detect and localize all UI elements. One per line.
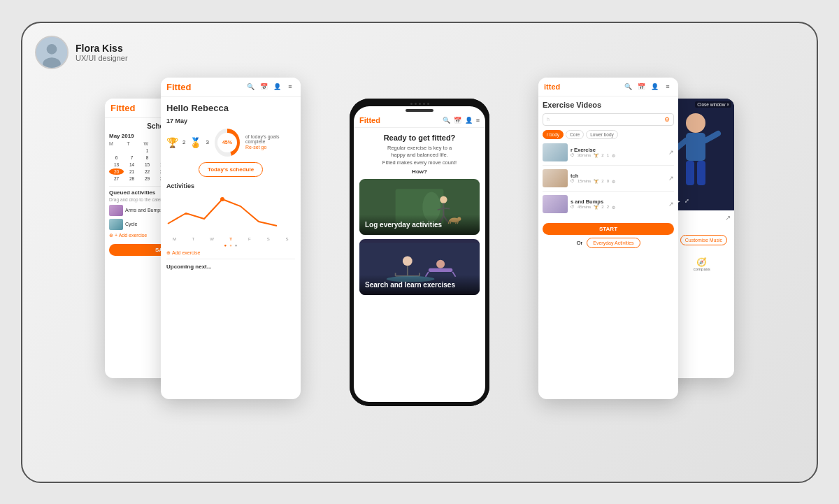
hello-content: Hello Rebecca 17 May 🏆 2 🏅 3 45%	[161, 97, 301, 275]
ex-thumb-2	[543, 169, 568, 187]
svg-rect-33	[686, 161, 694, 185]
exercise-item-1: r Exercise ⏱30mins 🏋2 1 ⚙ ↗	[543, 143, 674, 166]
or-everyday-row: Or Everyday Activities	[543, 238, 674, 248]
activity-thumb-2	[109, 219, 123, 230]
donut-inner: 45%	[217, 133, 237, 152]
ex-info-2: tch ⏱15mins 🏋2 0 ⚙	[571, 173, 666, 184]
svg-point-3	[220, 197, 224, 201]
svg-point-7	[440, 196, 447, 203]
activity-thumb-1	[109, 205, 123, 216]
hello-title: Hello Rebecca	[166, 103, 295, 113]
or-label: Or	[576, 240, 582, 246]
main-container: Flora Kiss UX/UI designer Fitted 🔍 📅 👤 S…	[21, 22, 818, 483]
exercise-content: Exercise Videos h ⚙ r body Core Lower bo…	[538, 96, 678, 252]
profile-icon-2: 👤	[272, 82, 282, 92]
ex-thumb-3	[543, 195, 568, 213]
hello-date: 17 May	[166, 117, 295, 124]
compass-nav-icon: 🧭	[694, 257, 710, 267]
screens-container: Fitted 🔍 📅 👤 Schedule May 2019 MTWTFSS 1…	[105, 57, 734, 448]
search-exercises-card[interactable]: Search and learn exercises	[359, 239, 480, 295]
clock-icon-1: ⏱	[571, 153, 575, 157]
fullscreen-button[interactable]: ⤢	[684, 198, 689, 204]
dumbbell-icon-3: 🏋	[594, 205, 598, 210]
start-button[interactable]: START	[543, 223, 674, 235]
exercise-nav-icons: 🔍 📅 👤 ≡	[623, 82, 673, 92]
tab-upper-body[interactable]: r body	[543, 130, 564, 139]
calendar-icon-2: 📅	[259, 82, 268, 92]
avatar	[35, 36, 69, 69]
phone-menu-icon: ≡	[476, 117, 480, 124]
progress-text: of today's goals complete	[245, 134, 295, 144]
close-window-label[interactable]: Close window ×	[695, 101, 731, 108]
settings-icon-1: ⚙	[612, 153, 615, 158]
phone-topbar: Fitted 🔍 📅 👤 ≡	[354, 113, 485, 128]
ex-thumb-1	[543, 143, 568, 161]
share-icon-video[interactable]: ↗	[725, 214, 731, 222]
progress-donut: 45%	[215, 129, 240, 157]
menu-icon: ≡	[285, 82, 295, 92]
schedule-logo: Fitted	[110, 103, 135, 113]
ex-info-1: r Exercise ⏱30mins 🏋2 1 ⚙	[571, 147, 666, 158]
customize-music-button[interactable]: Customise Music	[680, 235, 727, 245]
log-activities-card[interactable]: Log everyday activities	[359, 179, 480, 235]
svg-point-20	[403, 257, 413, 266]
compass-nav-item[interactable]: 🧭 compass	[694, 257, 710, 271]
plus-icon: ⊕	[109, 233, 113, 238]
profile-icon-3: 👤	[650, 82, 659, 92]
exercise-tabs: r body Core Lower body	[543, 130, 674, 139]
ex-name-3: s and Bumps	[571, 199, 666, 205]
phone-content: Ready to get fitted? Regular exercise is…	[354, 128, 485, 402]
clock-icon-3: ⏱	[571, 205, 575, 209]
screen-exercise-videos: itted 🔍 📅 👤 ≡ Exercise Videos h ⚙ r body…	[538, 78, 678, 399]
compass-nav-label: compass	[694, 267, 710, 271]
phone-profile-icon: 👤	[465, 117, 473, 124]
user-info: Flora Kiss UX/UI designer	[76, 43, 128, 62]
card2-text: Search and learn exercises	[365, 280, 474, 289]
svg-rect-32	[686, 133, 705, 161]
exercise-item-2: tch ⏱15mins 🏋2 0 ⚙ ↗	[543, 169, 674, 192]
phone-nav-icons: 🔍 📅 👤 ≡	[443, 117, 480, 124]
svg-line-10	[443, 208, 450, 209]
exercise-item-3: s and Bumps ⏱45mins 🏋2 2 ⚙ ↗	[543, 195, 674, 217]
ex-name-1: r Exercise	[571, 147, 666, 153]
search-icon-2: 🔍	[245, 82, 255, 92]
ex-meta-1: ⏱30mins 🏋2 1 ⚙	[571, 153, 666, 158]
phone-inner: Fitted 🔍 📅 👤 ≡ Ready to get fitted? Regu…	[354, 106, 485, 402]
settings-icon-3: ⚙	[612, 205, 615, 210]
tab-lower-body[interactable]: Lower body	[586, 130, 618, 139]
card1-text: Log everyday activities	[365, 220, 474, 229]
screen-hello: Fitted 🔍 📅 👤 ≡ Hello Rebecca 17 May 🏆 2 …	[161, 78, 301, 399]
user-name: Flora Kiss	[76, 43, 128, 54]
phone-notch	[354, 106, 485, 113]
add-exercise-label: + Add exercise	[115, 233, 147, 238]
search-bar[interactable]: h ⚙	[543, 113, 674, 126]
exercise-topbar: itted 🔍 📅 👤 ≡	[538, 78, 678, 96]
phone-body: Fitted 🔍 📅 👤 ≡ Ready to get fitted? Regu…	[350, 99, 489, 406]
plus-icon-2: ⊕	[166, 250, 171, 256]
exercise-title: Exercise Videos	[543, 101, 674, 109]
reset-link[interactable]: Re-set go	[245, 145, 266, 150]
share-icon-3[interactable]: ↗	[668, 201, 674, 208]
tab-core[interactable]: Core	[566, 130, 584, 139]
progress-section: 🏆 2 🏅 3 45% of today's goals complete Re…	[166, 129, 295, 157]
divider-2	[166, 259, 295, 259]
svg-point-1	[47, 44, 57, 55]
card1-overlay: Log everyday activities	[359, 215, 480, 235]
share-icon-1[interactable]: ↗	[668, 149, 674, 156]
phone-headline: Ready to get fitted?	[359, 134, 480, 142]
phone-subtext: Regular exercise is key to a happy and b…	[359, 145, 480, 167]
add-exercise-2[interactable]: ⊕ Add exercise	[166, 250, 295, 256]
count-1: 1	[607, 153, 609, 157]
activity-name-2: Cycle	[125, 222, 138, 226]
clock-icon-2: ⏱	[571, 179, 575, 183]
today-schedule-button[interactable]: Today's schedule	[199, 162, 263, 177]
everyday-activities-button[interactable]: Everyday Activities	[587, 238, 640, 248]
ex-info-3: s and Bumps ⏱45mins 🏋2 2 ⚙	[571, 199, 666, 210]
share-icon-2[interactable]: ↗	[668, 175, 674, 182]
exercise-logo: itted	[544, 82, 560, 91]
svg-rect-34	[697, 161, 705, 185]
screen-center-phone: Fitted 🔍 📅 👤 ≡ Ready to get fitted? Regu…	[350, 99, 489, 406]
ex-name-2: tch	[571, 173, 666, 179]
svg-point-31	[686, 113, 705, 133]
status-dots	[354, 103, 485, 105]
